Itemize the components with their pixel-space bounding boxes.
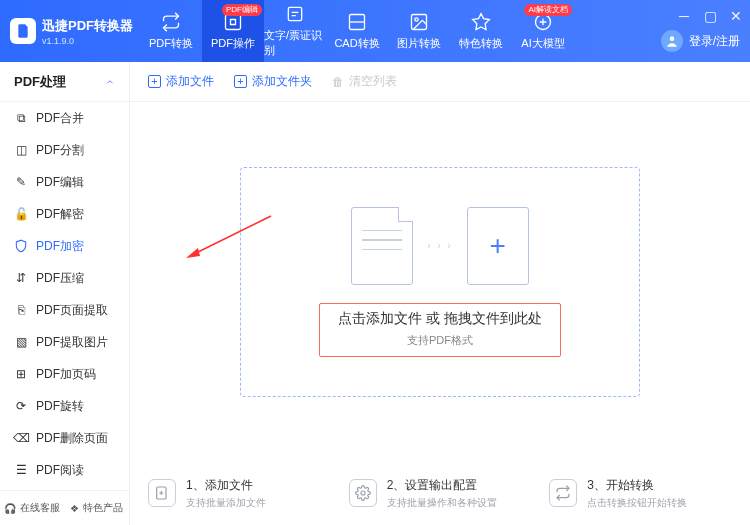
tab-label: PDF操作 xyxy=(211,36,255,51)
sidebar-item-read[interactable]: ☰PDF阅读 xyxy=(0,454,129,486)
auth-area[interactable]: 登录/注册 xyxy=(661,30,740,52)
step-title: 3、开始转换 xyxy=(587,477,687,494)
sidebar-item-label: PDF编辑 xyxy=(36,174,84,191)
tab-label: AI大模型 xyxy=(521,36,564,51)
add-folder-button[interactable]: +添加文件夹 xyxy=(234,73,312,90)
tab-cad[interactable]: CAD转换 xyxy=(326,0,388,62)
add-folder-label: 添加文件夹 xyxy=(252,73,312,90)
step-add-icon xyxy=(148,479,176,507)
sidebar-item-delete-page[interactable]: ⌫PDF删除页面 xyxy=(0,422,129,454)
maximize-button[interactable]: ▢ xyxy=(704,10,716,22)
step-sub: 支持批量操作和各种设置 xyxy=(387,496,497,510)
step-add-file: 1、添加文件支持批量添加文件 xyxy=(148,477,331,510)
sidebar-item-label: PDF旋转 xyxy=(36,398,84,415)
tab-ai[interactable]: AI解读文档 AI大模型 xyxy=(512,0,574,62)
sidebar-item-label: PDF阅读 xyxy=(36,462,84,479)
compress-icon: ⇵ xyxy=(14,271,28,285)
image-icon: ▧ xyxy=(14,335,28,349)
tab-pdf-convert[interactable]: PDF转换 xyxy=(140,0,202,62)
sidebar-item-split[interactable]: ◫PDF分割 xyxy=(0,134,129,166)
folder-plus-icon: + xyxy=(234,75,247,88)
edit-icon: ✎ xyxy=(14,175,28,189)
svg-point-11 xyxy=(361,491,365,495)
tab-ocr[interactable]: 文字/票证识别 xyxy=(264,0,326,62)
logo-icon xyxy=(10,18,36,44)
sidebar-item-rotate[interactable]: ⟳PDF旋转 xyxy=(0,390,129,422)
minimize-button[interactable]: ─ xyxy=(678,10,690,22)
sidebar-footer: 🎧在线客服 ❖特色产品 xyxy=(0,490,129,525)
sidebar-item-compress[interactable]: ⇵PDF压缩 xyxy=(0,262,129,294)
top-tabs: PDF转换 PDF编辑 PDF操作 文字/票证识别 CAD转换 图片转换 特色转… xyxy=(140,0,574,62)
shield-icon xyxy=(14,239,28,253)
toolbar: +添加文件 +添加文件夹 🗑清空列表 xyxy=(130,62,750,102)
document-icon xyxy=(351,207,413,285)
svg-marker-9 xyxy=(186,248,200,258)
drop-area-wrapper: › › › + 点击添加文件 或 拖拽文件到此处 支持PDF格式 xyxy=(130,102,750,461)
clear-list-button[interactable]: 🗑清空列表 xyxy=(332,73,397,90)
support-button[interactable]: 🎧在线客服 xyxy=(0,491,65,525)
split-icon: ◫ xyxy=(14,143,28,157)
support-label: 在线客服 xyxy=(20,501,60,515)
sidebar-item-edit[interactable]: ✎PDF编辑 xyxy=(0,166,129,198)
featured-button[interactable]: ❖特色产品 xyxy=(65,491,130,525)
tab-pdf-operate[interactable]: PDF编辑 PDF操作 xyxy=(202,0,264,62)
drop-illustration: › › › + xyxy=(351,207,529,285)
drop-zone[interactable]: › › › + 点击添加文件 或 拖拽文件到此处 支持PDF格式 xyxy=(240,167,640,397)
app-name: 迅捷PDF转换器 xyxy=(42,18,133,33)
featured-label: 特色产品 xyxy=(83,501,123,515)
auth-label: 登录/注册 xyxy=(689,33,740,50)
sidebar-item-label: PDF合并 xyxy=(36,110,84,127)
sidebar-item-encrypt[interactable]: PDF加密 xyxy=(0,230,129,262)
delete-page-icon: ⌫ xyxy=(14,431,28,445)
svg-rect-0 xyxy=(226,14,241,29)
add-document-icon: + xyxy=(467,207,529,285)
convert-icon xyxy=(549,479,577,507)
svg-point-7 xyxy=(669,36,674,41)
sidebar-item-label: PDF删除页面 xyxy=(36,430,108,447)
sidebar-item-label: PDF加密 xyxy=(36,238,84,255)
logo-area: 迅捷PDF转换器 v1.1.9.0 xyxy=(10,16,140,46)
merge-icon: ⧉ xyxy=(14,111,28,125)
sidebar-item-merge[interactable]: ⧉PDF合并 xyxy=(0,102,129,134)
titlebar: 迅捷PDF转换器 v1.1.9.0 PDF转换 PDF编辑 PDF操作 文字/票… xyxy=(0,0,750,62)
read-icon: ☰ xyxy=(14,463,28,477)
tab-special[interactable]: 特色转换 xyxy=(450,0,512,62)
featured-icon: ❖ xyxy=(70,503,79,514)
badge-pdf-edit: PDF编辑 xyxy=(222,4,262,16)
tab-label: 特色转换 xyxy=(459,36,503,51)
sidebar-list: ⧉PDF合并 ◫PDF分割 ✎PDF编辑 🔓PDF解密 PDF加密 ⇵PDF压缩… xyxy=(0,102,129,490)
sidebar-header[interactable]: PDF处理 xyxy=(0,62,129,102)
chevron-up-icon xyxy=(105,77,115,87)
sidebar-item-pagenum[interactable]: ⊞PDF加页码 xyxy=(0,358,129,390)
rotate-icon: ⟳ xyxy=(14,399,28,413)
plus-icon: + xyxy=(490,230,506,262)
sidebar-title: PDF处理 xyxy=(14,73,66,91)
unlock-icon: 🔓 xyxy=(14,207,28,221)
steps: 1、添加文件支持批量添加文件 2、设置输出配置支持批量操作和各种设置 3、开始转… xyxy=(130,461,750,525)
close-button[interactable]: ✕ xyxy=(730,10,742,22)
tab-label: 文字/票证识别 xyxy=(264,28,326,58)
tab-image[interactable]: 图片转换 xyxy=(388,0,450,62)
body: PDF处理 ⧉PDF合并 ◫PDF分割 ✎PDF编辑 🔓PDF解密 PDF加密 … xyxy=(0,62,750,525)
sidebar-item-decrypt[interactable]: 🔓PDF解密 xyxy=(0,198,129,230)
extract-page-icon: ⎘ xyxy=(14,303,28,317)
plus-icon: + xyxy=(148,75,161,88)
main: +添加文件 +添加文件夹 🗑清空列表 › › › + 点击添加文件 或 拖拽文件… xyxy=(130,62,750,525)
step-convert: 3、开始转换点击转换按钮开始转换 xyxy=(549,477,732,510)
add-file-label: 添加文件 xyxy=(166,73,214,90)
sidebar-item-extract-page[interactable]: ⎘PDF页面提取 xyxy=(0,294,129,326)
step-title: 1、添加文件 xyxy=(186,477,266,494)
add-file-button[interactable]: +添加文件 xyxy=(148,73,214,90)
sidebar-item-label: PDF加页码 xyxy=(36,366,96,383)
gear-icon xyxy=(349,479,377,507)
sidebar-item-extract-image[interactable]: ▧PDF提取图片 xyxy=(0,326,129,358)
trash-icon: 🗑 xyxy=(332,75,344,89)
pagenum-icon: ⊞ xyxy=(14,367,28,381)
sidebar-item-label: PDF压缩 xyxy=(36,270,84,287)
step-configure: 2、设置输出配置支持批量操作和各种设置 xyxy=(349,477,532,510)
support-icon: 🎧 xyxy=(4,503,16,514)
sidebar-item-label: PDF解密 xyxy=(36,206,84,223)
sidebar-item-label: PDF分割 xyxy=(36,142,84,159)
app-version: v1.1.9.0 xyxy=(42,36,133,46)
tab-label: 图片转换 xyxy=(397,36,441,51)
